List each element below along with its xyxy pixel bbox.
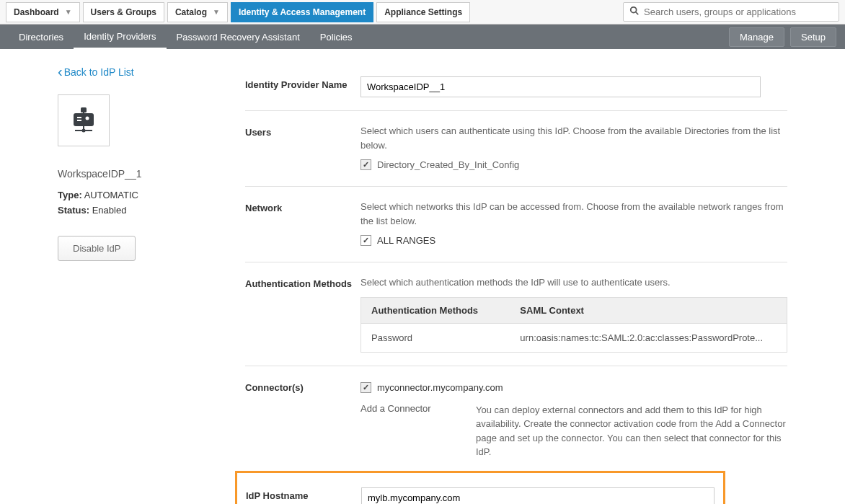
label-auth: Authentication Methods (245, 275, 360, 353)
connector-help: You can deploy external connectors and a… (476, 403, 787, 459)
subtab-policies[interactable]: Policies (310, 26, 363, 48)
svg-point-0 (631, 7, 637, 13)
tab-users-groups[interactable]: Users & Groups (83, 2, 164, 22)
form-panel: Identity Provider Name Users Select whic… (231, 63, 845, 504)
tab-iam[interactable]: Identity & Access Management (231, 2, 373, 22)
idp-name-input[interactable] (360, 76, 761, 97)
row-auth: Authentication Methods Select which auth… (245, 262, 787, 366)
users-check-label: Directory_Created_By_Init_Config (377, 159, 519, 170)
top-tabs: Dashboard▼ Users & Groups Catalog▼ Ident… (6, 2, 473, 22)
svg-rect-6 (81, 107, 87, 112)
svg-point-10 (82, 129, 86, 133)
search-box[interactable] (623, 2, 839, 22)
subtab-directories[interactable]: Directories (9, 26, 74, 48)
row-name: Identity Provider Name (245, 63, 787, 111)
label-connectors: Connector(s) (245, 379, 360, 459)
connector-checkbox[interactable] (360, 382, 371, 393)
auth-cell-context: urn:oasis:names:tc:SAML:2.0:ac:classes:P… (510, 323, 787, 352)
svg-point-5 (86, 117, 89, 120)
network-check-row: ALL RANGES (360, 235, 787, 246)
connector-check-row: myconnector.mycompany.com (360, 382, 787, 393)
auth-th-context: SAML Context (510, 297, 787, 323)
chevron-down-icon: ▼ (213, 8, 220, 16)
add-connector-link[interactable]: Add a Connector (360, 403, 447, 459)
auth-table: Authentication Methods SAML Context Pass… (360, 297, 787, 353)
tab-catalog[interactable]: Catalog▼ (167, 2, 228, 22)
network-check-label: ALL RANGES (377, 235, 435, 246)
users-help: Select which users can authenticate usin… (360, 124, 787, 152)
setup-button[interactable]: Setup (790, 27, 836, 47)
idp-icon (68, 105, 99, 136)
hostname-highlight: IdP Hostname (235, 471, 725, 505)
manage-button[interactable]: Manage (729, 27, 784, 47)
chevron-down-icon: ▼ (65, 8, 72, 16)
svg-rect-3 (77, 117, 81, 118)
sub-actions: Manage Setup (729, 27, 836, 47)
search-input[interactable] (644, 6, 833, 17)
label-users: Users (245, 124, 360, 173)
network-checkbox[interactable] (360, 235, 371, 246)
users-check-row: Directory_Created_By_Init_Config (360, 159, 787, 170)
label-hostname: IdP Hostname (246, 487, 361, 505)
row-network: Network Select which networks this IdP c… (245, 187, 787, 262)
subtab-identity-providers[interactable]: Identity Providers (74, 25, 166, 49)
tab-iam-label: Identity & Access Management (239, 7, 366, 17)
sub-nav: Directories Identity Providers Password … (0, 25, 845, 49)
search-icon (629, 6, 640, 18)
connector-check-label: myconnector.mycompany.com (377, 382, 503, 393)
tab-appliance-label: Appliance Settings (384, 7, 462, 17)
label-network: Network (245, 200, 360, 249)
tab-catalog-label: Catalog (175, 7, 207, 17)
svg-rect-4 (77, 120, 81, 121)
idp-icon-box (58, 94, 110, 146)
tab-users-label: Users & Groups (91, 7, 156, 17)
table-row: Password urn:oasis:names:tc:SAML:2.0:ac:… (361, 323, 787, 352)
svg-line-1 (636, 12, 639, 15)
idp-name: WorkspaceIDP__1 (58, 168, 202, 180)
users-checkbox[interactable] (360, 159, 371, 170)
disable-idp-button[interactable]: Disable IdP (58, 236, 136, 261)
connector-grid: Add a Connector You can deploy external … (360, 403, 787, 459)
hostname-input[interactable] (361, 487, 715, 505)
idp-info: WorkspaceIDP__1 Type: AUTOMATIC Status: … (58, 168, 202, 218)
row-connectors: Connector(s) myconnector.mycompany.com A… (245, 366, 787, 464)
tab-dashboard-label: Dashboard (14, 7, 59, 17)
idp-type: Type: AUTOMATIC (58, 188, 202, 203)
tab-dashboard[interactable]: Dashboard▼ (6, 2, 80, 22)
back-link[interactable]: Back to IdP List (58, 63, 202, 80)
top-nav: Dashboard▼ Users & Groups Catalog▼ Ident… (0, 0, 845, 25)
label-name: Identity Provider Name (245, 76, 360, 97)
idp-status: Status: Enabled (58, 203, 202, 218)
svg-rect-2 (74, 113, 94, 126)
auth-th-method: Authentication Methods (361, 297, 510, 323)
subtab-password-recovery[interactable]: Password Recovery Assistant (167, 26, 310, 48)
left-panel: Back to IdP List WorkspaceIDP__1 Type: A… (0, 63, 231, 504)
auth-help: Select which authentication methods the … (360, 275, 787, 290)
auth-cell-method: Password (361, 323, 510, 352)
row-hostname: IdP Hostname (246, 487, 715, 505)
tab-appliance[interactable]: Appliance Settings (376, 2, 470, 22)
main-content: Back to IdP List WorkspaceIDP__1 Type: A… (0, 49, 845, 504)
network-help: Select which networks this IdP can be ac… (360, 200, 787, 228)
row-users: Users Select which users can authenticat… (245, 111, 787, 187)
